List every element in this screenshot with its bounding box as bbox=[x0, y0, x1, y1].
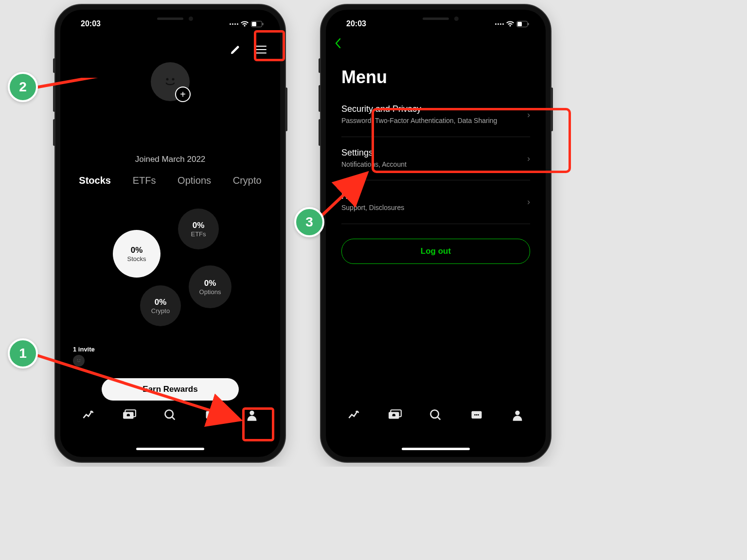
bubble-crypto[interactable]: 0% Crypto bbox=[140, 285, 181, 326]
svg-point-24 bbox=[474, 414, 476, 416]
svg-point-15 bbox=[249, 411, 254, 415]
tab-search-icon[interactable] bbox=[429, 408, 443, 422]
battery-icon bbox=[516, 21, 529, 27]
svg-point-14 bbox=[212, 414, 213, 416]
svg-point-6 bbox=[79, 359, 80, 360]
svg-rect-17 bbox=[517, 22, 522, 26]
bubble-options[interactable]: 0% Options bbox=[189, 265, 231, 308]
svg-point-25 bbox=[476, 414, 478, 416]
menu-item-settings[interactable]: Settings Notifications, Account › bbox=[341, 137, 530, 181]
add-photo-icon[interactable]: + bbox=[175, 87, 191, 102]
wifi-icon bbox=[506, 20, 515, 27]
step-badge-1: 1 bbox=[8, 338, 38, 368]
invite-row: 1 invite bbox=[62, 346, 278, 367]
back-button[interactable] bbox=[328, 36, 544, 52]
notch bbox=[390, 12, 482, 25]
phone-frame-right: 20:03 Menu Security and Privacy Password… bbox=[320, 4, 551, 463]
bubble-stocks[interactable]: 0% Stocks bbox=[113, 230, 160, 278]
portfolio-bubbles: 0% Stocks 0% ETFs 0% Options 0% Crypto bbox=[62, 200, 278, 346]
wifi-icon bbox=[240, 20, 249, 27]
tab-profile-icon[interactable] bbox=[245, 408, 259, 422]
step-badge-2: 2 bbox=[8, 72, 38, 102]
svg-point-13 bbox=[211, 414, 212, 416]
status-icons bbox=[230, 20, 264, 27]
tab-cash-icon[interactable] bbox=[123, 408, 136, 422]
battery-icon bbox=[251, 21, 264, 27]
menu-item-subtitle: Password, Two-Factor Authentication, Dat… bbox=[341, 116, 519, 126]
svg-rect-1 bbox=[252, 22, 256, 26]
svg-point-26 bbox=[478, 414, 479, 416]
tab-messages-icon[interactable] bbox=[204, 408, 218, 422]
tab-options[interactable]: Options bbox=[178, 175, 211, 186]
svg-point-10 bbox=[165, 410, 173, 418]
tab-search-icon[interactable] bbox=[163, 408, 177, 422]
tab-chart-icon[interactable] bbox=[347, 408, 361, 422]
tab-chart-icon[interactable] bbox=[82, 408, 95, 422]
bubble-pct: 0% bbox=[131, 245, 143, 255]
tab-crypto[interactable]: Crypto bbox=[233, 175, 262, 186]
screen-menu: 20:03 Menu Security and Privacy Password… bbox=[328, 12, 544, 455]
menu-item-title: Security and Privacy bbox=[341, 104, 519, 114]
notch bbox=[124, 12, 216, 25]
menu-item-security[interactable]: Security and Privacy Password, Two-Facto… bbox=[341, 93, 530, 137]
menu-icon[interactable] bbox=[250, 39, 271, 60]
svg-point-27 bbox=[515, 411, 519, 415]
step-badge-3: 3 bbox=[294, 207, 324, 237]
menu-list: Security and Privacy Password, Two-Facto… bbox=[328, 93, 544, 224]
tab-cash-icon[interactable] bbox=[388, 408, 402, 422]
svg-rect-2 bbox=[263, 23, 264, 25]
edit-icon[interactable] bbox=[230, 44, 241, 55]
chevron-right-icon: › bbox=[527, 153, 530, 163]
avatar[interactable]: + bbox=[62, 62, 278, 101]
invite-count: 1 invite bbox=[73, 346, 95, 353]
chevron-right-icon: › bbox=[527, 110, 530, 120]
svg-point-5 bbox=[77, 359, 78, 360]
chevron-right-icon: › bbox=[527, 197, 530, 207]
home-indicator[interactable] bbox=[136, 448, 204, 450]
phone-frame-left: 20:03 + Jo bbox=[54, 4, 286, 463]
svg-point-4 bbox=[172, 78, 175, 81]
tab-etfs[interactable]: ETFs bbox=[133, 175, 156, 186]
svg-rect-18 bbox=[528, 23, 529, 25]
bubble-etfs[interactable]: 0% ETFs bbox=[178, 209, 219, 249]
tab-profile-icon[interactable] bbox=[511, 408, 524, 422]
screen-profile: 20:03 + Jo bbox=[62, 12, 278, 455]
menu-item-help[interactable]: Help Support, Disclosures › bbox=[341, 180, 530, 224]
tab-stocks[interactable]: Stocks bbox=[79, 175, 111, 186]
status-time: 20:03 bbox=[346, 19, 366, 28]
bubble-label: Stocks bbox=[127, 255, 146, 262]
category-tabs: Stocks ETFs Options Crypto bbox=[62, 175, 278, 186]
invite-avatar-icon bbox=[73, 355, 85, 367]
logout-button[interactable]: Log out bbox=[341, 239, 530, 264]
home-indicator[interactable] bbox=[402, 448, 470, 450]
svg-point-22 bbox=[431, 410, 439, 418]
page-title: Menu bbox=[328, 52, 544, 93]
svg-point-3 bbox=[166, 78, 169, 81]
svg-point-12 bbox=[209, 414, 210, 416]
earn-rewards-button[interactable]: Earn Rewards bbox=[102, 378, 239, 401]
joined-date: Joined March 2022 bbox=[62, 155, 278, 164]
status-time: 20:03 bbox=[81, 19, 101, 28]
tab-messages-icon[interactable] bbox=[470, 408, 483, 422]
